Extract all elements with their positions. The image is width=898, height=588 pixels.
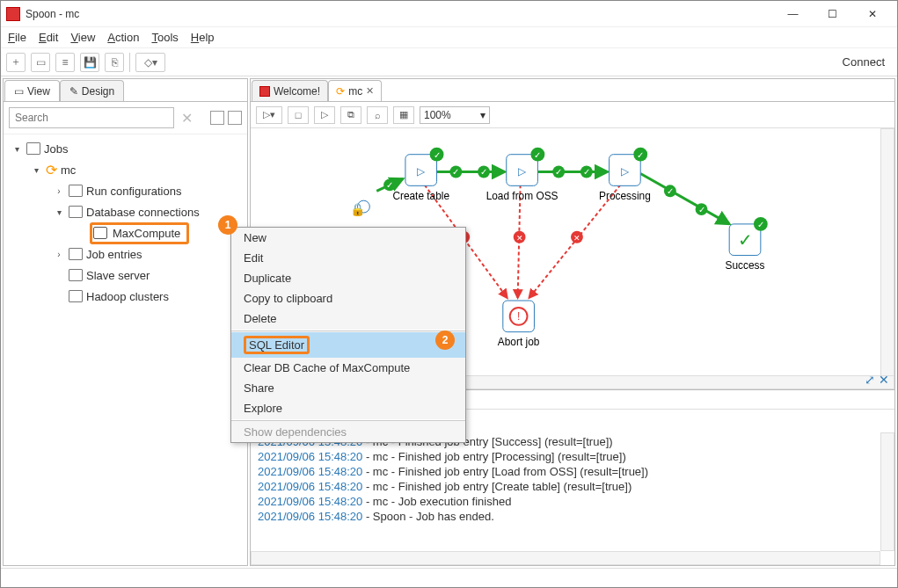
run-button[interactable]: ▷▾ <box>256 106 282 124</box>
canvas-toolbar: ▷▾ □ ▷ ⧉ ⌕ ▦ 100%▾ <box>251 102 894 128</box>
menu-view[interactable]: View <box>70 31 95 44</box>
clear-search-icon[interactable]: ✕ <box>178 110 196 127</box>
menu-action[interactable]: Action <box>107 31 139 44</box>
tree-item-hadoop[interactable]: Hadoop clusters <box>4 286 247 307</box>
expand-tree-button[interactable] <box>210 111 224 125</box>
log-line: 2021/09/06 15:48:20 - mc - Finished job … <box>258 464 887 479</box>
svg-text:Load from OSS: Load from OSS <box>486 190 559 202</box>
main-toolbar: ＋ ▭ ≡ 💾 ⎘ ◇▾ Connect <box>1 48 897 76</box>
folder-icon <box>69 248 83 260</box>
svg-text:✓: ✓ <box>583 167 590 177</box>
svg-text:✓: ✓ <box>386 180 393 190</box>
log-h-scrollbar[interactable] <box>251 551 880 565</box>
menu-tools[interactable]: Tools <box>151 31 178 44</box>
svg-text:✓: ✓ <box>757 220 764 229</box>
stop-button[interactable]: □ <box>288 106 309 124</box>
ctx-clear-cache[interactable]: Clear DB Cache of MaxCompute <box>231 358 465 378</box>
svg-text:✓: ✓ <box>555 167 562 177</box>
tree-item-db-connections[interactable]: ▾ Database connections <box>4 201 247 222</box>
close-button[interactable]: ✕ <box>852 1 892 26</box>
tree-item-slave-server[interactable]: Slave server <box>4 265 247 286</box>
minimize-button[interactable]: — <box>773 1 813 26</box>
maximize-button[interactable]: ☐ <box>813 1 852 26</box>
canvas-v-scrollbar[interactable] <box>880 128 894 389</box>
ctx-duplicate[interactable]: Duplicate <box>231 268 465 288</box>
log-line: 2021/09/06 15:48:20 - mc - Finished job … <box>258 449 887 464</box>
ctx-delete[interactable]: Delete <box>231 309 465 329</box>
collapse-tree-button[interactable] <box>228 111 242 125</box>
svg-text:✕: ✕ <box>516 234 523 243</box>
svg-text:✓: ✓ <box>534 150 541 160</box>
ctx-edit[interactable]: Edit <box>231 248 465 268</box>
folder-icon <box>69 206 83 218</box>
folder-icon <box>26 142 40 155</box>
database-icon <box>93 227 107 239</box>
svg-text:✕: ✕ <box>573 234 580 243</box>
svg-text:▷: ▷ <box>621 165 630 178</box>
chevron-down-icon: ▾ <box>53 207 65 217</box>
ctx-copy[interactable]: Copy to clipboard <box>231 288 465 309</box>
tab-view[interactable]: ▭View <box>4 80 60 101</box>
pencil-icon: ✎ <box>69 85 78 98</box>
log-v-scrollbar[interactable] <box>880 432 894 551</box>
chevron-down-icon: ▾ <box>480 109 486 121</box>
menu-separator <box>231 419 465 421</box>
ctx-sql-editor[interactable]: SQL Editor <box>231 332 465 358</box>
navigation-tree: ▾ Jobs ▾ ⟳ mc › Run configurations ▾ Dat… <box>4 134 247 310</box>
context-menu: New Edit Duplicate Copy to clipboard Del… <box>230 227 466 443</box>
ctx-share[interactable]: Share <box>231 378 465 398</box>
svg-text:✓: ✓ <box>452 167 459 177</box>
svg-text:Create table: Create table <box>392 190 449 202</box>
explorer-button[interactable]: ≡ <box>55 53 75 72</box>
preview-button[interactable]: ⧉ <box>340 106 361 124</box>
tab-welcome[interactable]: Welcome! <box>252 80 328 101</box>
layout-button[interactable]: ▦ <box>393 106 414 124</box>
log-line: 2021/09/06 15:48:20 - mc - Job execution… <box>258 494 887 509</box>
job-icon: ⟳ <box>336 85 345 98</box>
callout-2: 2 <box>435 330 455 350</box>
folder-icon <box>69 185 83 197</box>
menu-edit[interactable]: Edit <box>39 31 58 44</box>
menu-separator <box>231 330 465 331</box>
search-input[interactable] <box>9 107 174 128</box>
tree-item-maxcompute[interactable]: MaxCompute <box>4 222 247 243</box>
new-file-button[interactable]: ＋ <box>6 53 26 72</box>
job-icon: ⟳ <box>46 162 57 178</box>
menu-file[interactable]: File <box>8 31 26 44</box>
zoom-select[interactable]: 100%▾ <box>420 106 490 124</box>
svg-text:Processing: Processing <box>599 190 651 202</box>
svg-text:🔒: 🔒 <box>350 202 366 217</box>
tree-item-run-config[interactable]: › Run configurations <box>4 180 247 201</box>
left-panel: ▭View ✎Design ✕ ▾ Jobs ▾ ⟳ mc › <box>3 78 248 566</box>
replay-button[interactable]: ▷ <box>314 106 335 124</box>
svg-text:✓: ✓ <box>637 150 644 160</box>
chevron-right-icon: › <box>53 186 65 196</box>
maximize-log-icon[interactable]: ⤢ <box>865 373 875 387</box>
connect-link[interactable]: Connect <box>843 55 885 69</box>
svg-line-13 <box>640 173 729 223</box>
menu-help[interactable]: Help <box>191 31 215 44</box>
tree-item-jobs[interactable]: ▾ Jobs <box>4 138 247 159</box>
svg-text:✓: ✓ <box>480 167 487 177</box>
ctx-show-deps: Show dependencies <box>231 422 465 442</box>
perspective-button[interactable]: ◇▾ <box>135 53 165 72</box>
close-tab-icon[interactable]: ✕ <box>366 85 374 97</box>
folder-icon <box>69 290 83 302</box>
open-file-button[interactable]: ▭ <box>31 53 50 72</box>
sql-button[interactable]: ⌕ <box>367 106 388 124</box>
ctx-explore[interactable]: Explore <box>231 398 465 418</box>
tab-mc-editor[interactable]: ⟳ mc ✕ <box>328 80 382 101</box>
log-line: 2021/09/06 15:48:20 - mc - Finished job … <box>258 479 887 494</box>
chevron-right-icon: › <box>53 250 65 259</box>
tree-item-mc[interactable]: ▾ ⟳ mc <box>4 159 247 180</box>
tab-design[interactable]: ✎Design <box>60 80 124 101</box>
log-output[interactable]: 2021/09/06 15:48:20 - mc - Finished job … <box>251 432 894 565</box>
svg-text:✓: ✓ <box>738 230 753 250</box>
ctx-new[interactable]: New <box>231 228 465 248</box>
close-log-icon[interactable]: ✕ <box>879 373 889 387</box>
tree-item-job-entries[interactable]: › Job entries <box>4 243 247 265</box>
callout-1: 1 <box>218 215 237 235</box>
save-button[interactable]: 💾 <box>80 53 99 72</box>
save-as-button[interactable]: ⎘ <box>105 53 124 72</box>
status-bar <box>1 568 897 587</box>
